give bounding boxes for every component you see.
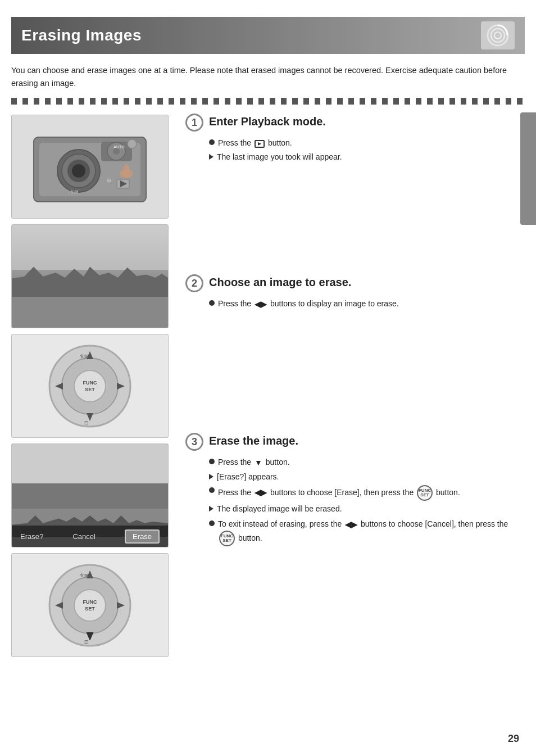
bullet-circle-icon [209, 487, 215, 493]
lr-arrows-icon: ◀▶ [255, 298, 267, 310]
dialog-sky [12, 444, 168, 483]
step3a-image: FUNC SET 旬⊠ ⊡ [11, 334, 169, 438]
step1-bullet1-text: Press the button. [218, 137, 292, 149]
step3-bullet5-text: To exit instead of erasing, press the ◀▶… [218, 518, 525, 546]
svg-point-23 [74, 370, 106, 402]
step3-bullet3: Press the ◀▶ buttons to choose [Erase], … [209, 485, 525, 501]
down-arrow-icon: ▼ [255, 457, 262, 469]
dialog-cancel-label: Cancel [72, 532, 95, 541]
zebra-divider [11, 98, 525, 105]
step1-number: 1 [185, 114, 203, 132]
svg-point-12 [113, 148, 120, 155]
step3-bullet4-text: The displayed image will be erased. [217, 503, 342, 515]
dialog-bar: Erase? Cancel Erase [12, 526, 168, 547]
svg-text:FUNC: FUNC [83, 599, 97, 605]
arrow-icon [209, 506, 214, 511]
step3-bullet4: The displayed image will be erased. [209, 503, 525, 515]
step1-block: 1 Enter Playback mode. Press the button.… [185, 115, 525, 163]
step3-bullet2-text: [Erase?] appears. [217, 471, 279, 483]
svg-text:⊡: ⊡ [84, 420, 89, 425]
svg-text:⊞: ⊞ [107, 178, 111, 183]
step3-header: 3 Erase the image. [185, 434, 525, 452]
step2-image [11, 224, 169, 328]
svg-text:SET: SET [85, 606, 95, 612]
right-steps-col: 1 Enter Playback mode. Press the button.… [185, 115, 525, 556]
city-water [12, 297, 168, 328]
dialog-erase-button: Erase [125, 529, 160, 544]
step1-bullet2: The last image you took will appear. [209, 151, 525, 163]
bullet-circle-icon [209, 520, 215, 526]
step2-bullet1: Press the ◀▶ buttons to display an image… [209, 298, 525, 310]
svg-point-34 [74, 590, 106, 621]
svg-point-8 [72, 164, 85, 178]
step1-header: 1 Enter Playback mode. [185, 115, 525, 133]
step2-number: 2 [185, 274, 203, 292]
svg-text:旬⊠: 旬⊠ [80, 354, 89, 359]
func-set-icon2: FUNCSET [219, 531, 235, 546]
step2-bullet1-text: Press the ◀▶ buttons to display an image… [218, 298, 399, 310]
main-content: AUTO ⊞ ⊡ 旬⊠ [11, 115, 525, 657]
step3-number: 3 [185, 433, 203, 451]
func-set-icon: FUNCSET [417, 485, 433, 501]
title-icon [481, 21, 515, 49]
arrow-icon [209, 474, 214, 479]
step1-bullet2-text: The last image you took will appear. [217, 151, 342, 163]
city-sky [12, 225, 168, 270]
intro-paragraph: You can choose and erase images one at a… [11, 64, 525, 90]
step1-body: Press the button. The last image you too… [185, 137, 525, 163]
step2-title: Choose an image to erase. [209, 275, 351, 289]
bullet-circle-icon [209, 139, 215, 145]
title-bar: Erasing Images [11, 17, 525, 54]
page-title: Erasing Images [21, 26, 142, 44]
step3-body: Press the ▼ button. [Erase?] appears. Pr… [185, 456, 525, 546]
svg-text:SET: SET [85, 387, 95, 392]
sidebar-tab [520, 112, 536, 225]
svg-text:旬⊠: 旬⊠ [70, 189, 79, 194]
svg-text:旬⊠: 旬⊠ [80, 573, 89, 578]
arrow-icon [209, 154, 214, 160]
page-number: 29 [508, 733, 519, 745]
dialog-water [12, 483, 168, 509]
lr-arrows-icon2: ◀▶ [255, 487, 267, 499]
step3-bullet5: To exit instead of erasing, press the ◀▶… [209, 518, 525, 546]
step1-title: Enter Playback mode. [209, 115, 326, 128]
step3-bullet2: [Erase?] appears. [209, 471, 525, 483]
step2-header: 2 Choose an image to erase. [185, 275, 525, 293]
bullet-circle-icon [209, 300, 215, 306]
step3-title: Erase the image. [209, 434, 298, 447]
lr-arrows-icon3: ◀▶ [345, 519, 357, 531]
step3-bullet1: Press the ▼ button. [209, 456, 525, 469]
svg-point-2 [494, 32, 501, 39]
bullet-circle-icon [209, 459, 215, 464]
step3b-image: Erase? Cancel Erase [11, 443, 169, 547]
svg-text:FUNC: FUNC [83, 380, 97, 386]
step2-body: Press the ◀▶ buttons to display an image… [185, 298, 525, 310]
step1-image: AUTO ⊞ ⊡ 旬⊠ [11, 115, 169, 219]
step3-bullet1-text: Press the ▼ button. [218, 456, 290, 469]
dialog-erase-label: Erase? [20, 532, 43, 541]
step3-bullet3-text: Press the ◀▶ buttons to choose [Erase], … [218, 485, 460, 501]
svg-point-13 [128, 139, 137, 148]
step2-block: 2 Choose an image to erase. Press the ◀▶… [185, 275, 525, 310]
svg-text:⊡: ⊡ [84, 639, 89, 645]
left-images-col: AUTO ⊞ ⊡ 旬⊠ [11, 115, 174, 657]
svg-point-1 [491, 29, 505, 42]
step1-bullet1: Press the button. [209, 137, 525, 149]
step3c-image: FUNC SET 旬⊠ ⊡ [11, 553, 169, 657]
playback-button-icon [255, 140, 265, 148]
svg-point-20 [123, 164, 130, 178]
step3-block: 3 Erase the image. Press the ▼ button. [… [185, 434, 525, 546]
